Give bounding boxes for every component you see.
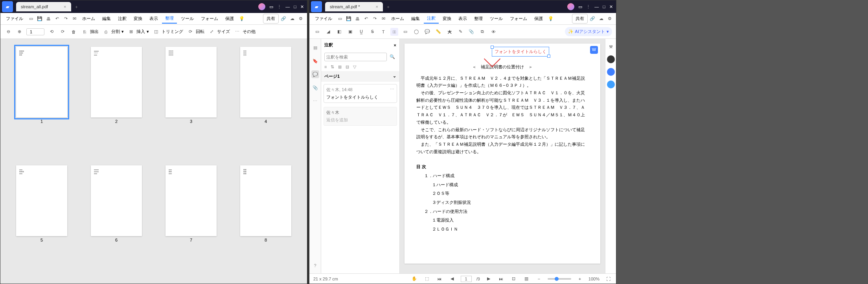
attach-icon[interactable]: 📎	[467, 28, 475, 36]
undo-icon[interactable]: ↶	[362, 15, 370, 23]
word-export-icon[interactable]: W	[590, 46, 598, 54]
avatar-icon[interactable]	[258, 3, 265, 10]
size-button[interactable]: ⤢サイズ	[208, 28, 230, 36]
mail-icon[interactable]: ✉	[379, 15, 387, 23]
ellipse-icon[interactable]: ◯	[412, 28, 420, 36]
menu-view[interactable]: 表示	[455, 14, 470, 23]
menu-tool[interactable]: ツール	[487, 14, 506, 23]
document-tab[interactable]: stream_all.pdf * ×	[325, 2, 383, 11]
compare-icon[interactable]: ⧉	[478, 28, 486, 36]
menu-home[interactable]: ホーム	[79, 14, 98, 23]
zoom-in-icon[interactable]: ⊕	[15, 28, 23, 36]
print-icon[interactable]: 🖶	[353, 15, 361, 23]
close-icon[interactable]: ×	[375, 4, 378, 9]
open-icon[interactable]: ▭	[27, 15, 35, 23]
menu-file[interactable]: ファイル	[312, 14, 335, 23]
redo-icon[interactable]: ↷	[371, 15, 379, 23]
rotate-right-icon[interactable]: ⟳	[59, 28, 66, 36]
page-thumb-4[interactable]: ▤▤▤▤▤▤	[240, 47, 291, 117]
maximize-icon[interactable]: □	[294, 4, 296, 9]
chevron-down-icon[interactable]: ⌄	[393, 73, 396, 79]
menu-edit[interactable]: 編集	[408, 14, 423, 23]
page-group[interactable]: ページ1	[324, 73, 340, 79]
page-thumb-1[interactable]: ■■■■■■■■■■■■	[16, 47, 67, 117]
note-icon[interactable]: ▭	[313, 28, 321, 36]
bulb-icon[interactable]: 💡	[238, 15, 246, 23]
page-thumb-3[interactable]: ▤▤▤▤▤▤▤▤▤	[166, 47, 217, 117]
bot-icon[interactable]	[607, 55, 615, 63]
redo-icon[interactable]: ↷	[62, 15, 70, 23]
rotate-button[interactable]: ⟳回転	[186, 28, 204, 36]
sort-icon[interactable]: ⇅	[331, 64, 334, 70]
cloud-icon[interactable]: ☁	[597, 15, 605, 23]
menu-organize[interactable]: 整理	[162, 14, 177, 24]
gear-icon[interactable]: ⚙	[606, 15, 614, 23]
callout-icon[interactable]: ▢⃕	[390, 28, 398, 36]
new-tab-button[interactable]: ＋	[386, 4, 390, 10]
bookmark-icon[interactable]: 🔖	[311, 57, 319, 65]
rect-icon[interactable]: ▭	[401, 28, 409, 36]
save-icon[interactable]: 💾	[345, 15, 353, 23]
page-thumb-5[interactable]: ▬▬▦▦▦▬▬	[16, 165, 67, 236]
next-page-icon[interactable]: ▶	[485, 275, 493, 283]
page-thumb-8[interactable]: ▦▦▦▦▦▦	[240, 165, 291, 236]
reply-input[interactable]: 返信を追加	[326, 117, 394, 123]
eraser-icon[interactable]: ◧	[335, 28, 343, 36]
strike-icon[interactable]: S̶	[368, 28, 376, 36]
trim-button[interactable]: ◫トリミング	[152, 28, 183, 36]
ruler-icon[interactable]: 📏	[434, 28, 442, 36]
undo-icon[interactable]: ↶	[53, 15, 61, 23]
menu-icon[interactable]: ⋮	[586, 4, 590, 9]
filter-icon[interactable]: ▽	[353, 64, 356, 70]
collapse-icon[interactable]: ⊟	[346, 64, 349, 70]
hand-icon[interactable]: ✋	[410, 275, 418, 283]
highlight-icon[interactable]: ◢	[324, 28, 332, 36]
insert-button[interactable]: ⊞挿入▾	[127, 28, 149, 36]
minimize-icon[interactable]: —	[594, 4, 599, 9]
current-page[interactable]: 1	[461, 276, 472, 282]
zoom-out-icon[interactable]: ⊖	[4, 28, 12, 36]
page-thumb-2[interactable]: ▬▬▬□□□□▬▬	[91, 47, 142, 117]
eye-icon[interactable]: 👁	[489, 28, 497, 36]
underline-icon[interactable]: U̲	[357, 28, 365, 36]
search-icon[interactable]: 🔍	[388, 53, 396, 60]
menu-form[interactable]: フォーム	[507, 14, 530, 23]
more-icon[interactable]: ⋯	[390, 87, 394, 93]
list-icon[interactable]: ≡	[324, 64, 327, 70]
expand-icon[interactable]: ⊞	[338, 64, 342, 70]
link-icon[interactable]: 🔗	[588, 15, 596, 23]
zoom-out-icon[interactable]: −	[535, 275, 543, 283]
menu-view[interactable]: 表示	[146, 14, 161, 23]
document-view[interactable]: フォントをタイトルらしく ＜ 補足説明書の位置付け ＞ 平成元年１２月に、ＳＴＲ…	[400, 39, 605, 273]
page-thumb-6[interactable]: ▬▬▬▬▬▬▬▬	[91, 165, 142, 236]
zoom-in-icon[interactable]: +	[576, 275, 584, 283]
close-window-icon[interactable]: ✕	[609, 4, 613, 9]
check-icon[interactable]	[607, 81, 615, 88]
other-button[interactable]: ⋯その他	[233, 28, 256, 36]
page-thumb-7[interactable]: ▬▬▦▦▬▬	[166, 165, 217, 236]
menu-file[interactable]: ファイル	[3, 14, 26, 23]
page-number-input[interactable]: 1	[26, 28, 44, 35]
menu-organize[interactable]: 整理	[471, 14, 486, 23]
ai-assistant-button[interactable]: ✨AIアシスタント▾	[565, 27, 612, 36]
share-button[interactable]: 共有	[572, 14, 588, 24]
menu-edit[interactable]: 編集	[99, 14, 114, 23]
print-icon[interactable]: 🖶	[44, 15, 52, 23]
callout-annotation[interactable]: フォントをタイトルらしく	[492, 47, 549, 57]
attachment-icon[interactable]: 📎	[311, 84, 319, 92]
gear-icon[interactable]: ⚙	[297, 15, 305, 23]
open-icon[interactable]: ▭	[336, 15, 344, 23]
new-tab-button[interactable]: ＋	[74, 4, 79, 10]
menu-protect[interactable]: 保護	[222, 14, 237, 23]
menu-home[interactable]: ホーム	[388, 14, 407, 23]
layout-icon[interactable]: ▥	[522, 275, 530, 283]
select-icon[interactable]: ⬚	[423, 275, 431, 283]
bulb-icon[interactable]: 💡	[547, 15, 555, 23]
close-window-icon[interactable]: ✕	[300, 4, 304, 9]
menu-icon[interactable]: ⋮	[277, 4, 281, 9]
tools-icon[interactable]: ⚒	[607, 43, 615, 51]
menu-tool[interactable]: ツール	[178, 14, 197, 23]
sign-icon[interactable]: ✎	[456, 28, 464, 36]
menu-form[interactable]: フォーム	[198, 14, 221, 23]
app-logo-icon[interactable]: ▰	[2, 1, 13, 12]
